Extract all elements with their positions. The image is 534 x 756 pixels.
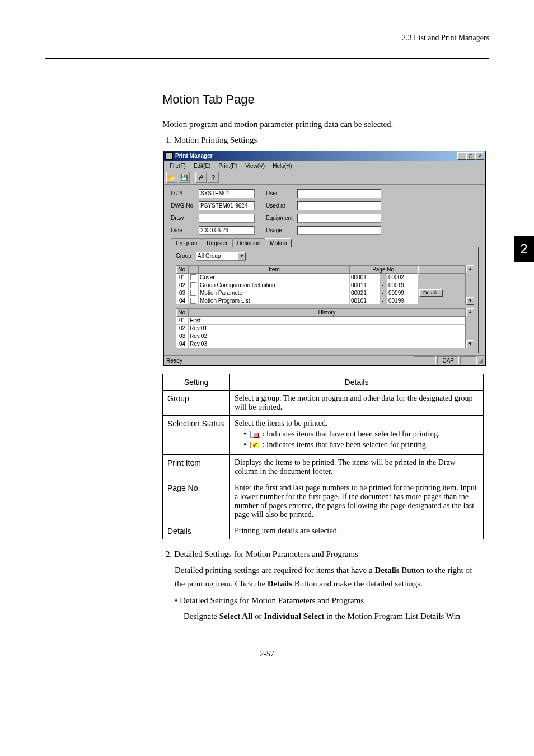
cell-page-to[interactable]: 00199 (387, 297, 418, 305)
cell-history[interactable]: Rev.03 (189, 340, 465, 348)
label-group: Group (176, 253, 196, 259)
cell-item: Group Configuration Definition (199, 281, 350, 289)
label-draw: Draw (171, 215, 199, 221)
scroll-up-icon[interactable]: ▲ (466, 265, 474, 273)
minimize-button[interactable]: _ (457, 152, 466, 160)
scroll-down-icon[interactable]: ▼ (466, 340, 474, 348)
table-row[interactable]: 01First (176, 317, 465, 325)
history-grid: No. History 01First02Rev.0103Rev.0204Rev… (176, 308, 474, 348)
input-usedat[interactable] (297, 201, 381, 210)
table-row[interactable]: 03Rev.02 (176, 332, 465, 340)
input-dh[interactable]: SYSTEM01 (199, 189, 255, 198)
step-2-heading: 2. Detailed Settings for Motion Paramete… (166, 550, 484, 559)
row-pageno-name: Page No. (163, 480, 230, 523)
cell-page-from[interactable]: 00021 (350, 289, 381, 297)
cell-check[interactable] (189, 289, 199, 297)
cell-check[interactable] (189, 281, 199, 289)
app-icon (165, 152, 173, 160)
input-user[interactable] (297, 189, 381, 198)
table-row[interactable]: 02Group Configuration Definition00011-00… (176, 281, 465, 289)
cell-history[interactable]: Rev.01 (189, 325, 465, 332)
table-row[interactable]: 04Motion Program List00101-00199 (176, 297, 465, 305)
titlebar: Print Manager _ □ × (164, 151, 485, 161)
selected-legend-icon (250, 442, 260, 448)
tab-row: Program Register Definition Motion (171, 238, 479, 247)
cell-no: 01 (176, 274, 189, 281)
table-row[interactable]: 02Rev.01 (176, 325, 465, 332)
input-date[interactable]: 2000.06.26 (199, 226, 255, 235)
cell-page-from[interactable]: 00011 (350, 281, 381, 289)
section-heading: Motion Tab Page (162, 92, 484, 107)
label-equipment: Equipment (266, 215, 297, 221)
cell-page-to[interactable]: 00002 (387, 274, 418, 281)
menu-edit[interactable]: Edit(E) (190, 163, 214, 169)
cell-check[interactable] (189, 274, 199, 281)
window-title: Print Manager (175, 153, 213, 159)
settings-table: Setting Details Group Select a group. Th… (162, 374, 484, 539)
history-grid-scrollbar[interactable]: ▲ ▼ (466, 308, 474, 348)
print-icon[interactable]: 🖨 (195, 172, 207, 183)
maximize-button[interactable]: □ (466, 152, 475, 160)
menu-help[interactable]: Help(H) (269, 163, 295, 169)
items-grid-scrollbar[interactable]: ▲ ▼ (466, 265, 474, 305)
resize-grip-icon[interactable]: ◢ (478, 356, 483, 364)
label-dwg: DWG No. (171, 203, 199, 209)
row-group-desc: Select a group. The motion program and o… (230, 390, 484, 415)
col-no[interactable]: No. (176, 266, 189, 274)
row-selstat-desc: Select the items to be printed. • : Indi… (230, 415, 484, 454)
cell-page-to[interactable]: 00099 (387, 289, 418, 297)
details-button[interactable]: Details (419, 289, 443, 297)
input-dwg[interactable]: PSYSTEM01-9624 (199, 201, 255, 210)
motion-tab-panel: Group All Group ▼ No. (171, 247, 479, 353)
col-pageno[interactable]: Page No. (350, 266, 418, 274)
checkbox-icon[interactable] (190, 298, 196, 304)
menu-file[interactable]: File(F) (166, 163, 189, 169)
cell-no: 04 (176, 297, 189, 305)
cell-page-to[interactable]: 00019 (387, 281, 418, 289)
col-check[interactable] (189, 266, 199, 274)
menu-view[interactable]: View(V) (242, 163, 268, 169)
menu-print[interactable]: Print(P) (215, 163, 241, 169)
tab-definition[interactable]: Definition (232, 238, 266, 247)
header-rule (45, 58, 489, 59)
cell-details (418, 274, 465, 281)
checkbox-icon[interactable] (190, 290, 196, 296)
label-dh: D / # (171, 190, 199, 196)
status-pane-blank (414, 356, 436, 364)
step-2-para: Detailed printing settings are required … (175, 564, 484, 590)
cell-check[interactable] (189, 297, 199, 305)
col-history[interactable]: History (189, 309, 465, 317)
tab-register[interactable]: Register (202, 238, 232, 247)
row-details-desc: Printing item details are selected. (230, 523, 484, 539)
cell-page-from[interactable]: 00101 (350, 297, 381, 305)
chevron-down-icon: ▼ (238, 252, 246, 260)
row-details-name: Details (163, 523, 230, 539)
scroll-down-icon[interactable]: ▼ (466, 297, 474, 305)
cell-history[interactable]: First (189, 317, 465, 325)
col-item[interactable]: Item (199, 266, 350, 274)
cell-no: 01 (176, 317, 189, 325)
selstat-line1: Select the items to be printed. (235, 419, 479, 428)
tab-program[interactable]: Program (171, 238, 202, 247)
row-printitem-name: Print Item (163, 454, 230, 480)
input-draw[interactable] (199, 214, 255, 223)
input-usage[interactable] (297, 226, 381, 235)
open-icon[interactable]: 📂 (166, 172, 177, 183)
input-equipment[interactable] (297, 214, 381, 223)
help-icon[interactable]: ? (208, 172, 219, 183)
col-no-history[interactable]: No. (176, 309, 189, 317)
cell-history[interactable]: Rev.02 (189, 332, 465, 340)
table-row[interactable]: 04Rev.03 (176, 340, 465, 348)
cell-page-from[interactable]: 00001 (350, 274, 381, 281)
checkbox-icon[interactable] (190, 274, 196, 280)
tab-motion[interactable]: Motion (265, 238, 292, 247)
checkbox-icon[interactable] (190, 282, 196, 288)
step-2-bullet: • Detailed Settings for Motion Parameter… (175, 594, 484, 607)
scroll-up-icon[interactable]: ▲ (466, 308, 474, 316)
close-button[interactable]: × (475, 152, 484, 160)
table-row[interactable]: 03Motion Parameter00021-00099Details (176, 289, 465, 297)
step-1-heading: 1. Motion Printing Settings (166, 135, 484, 145)
save-icon[interactable]: 💾 (179, 172, 190, 183)
table-row[interactable]: 01Cover00001-00002 (176, 274, 465, 281)
group-dropdown[interactable]: All Group ▼ (196, 252, 246, 261)
